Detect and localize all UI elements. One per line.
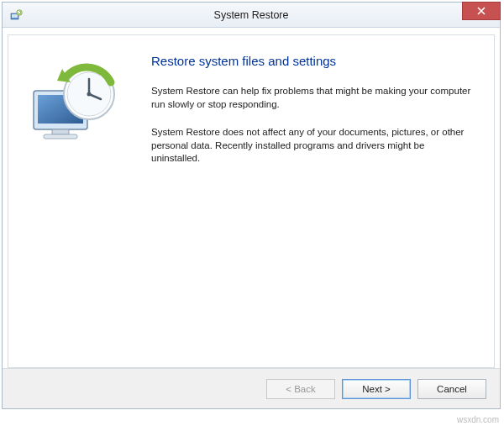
next-button[interactable]: Next > xyxy=(342,379,411,399)
watermark-text: wsxdn.com xyxy=(457,415,499,424)
wizard-paragraph-2: System Restore does not affect any of yo… xyxy=(151,126,474,166)
window-title: System Restore xyxy=(214,9,289,21)
graphic-pane xyxy=(8,35,143,367)
wizard-button-bar: < Back Next > Cancel xyxy=(3,368,500,408)
close-icon xyxy=(477,7,486,15)
svg-rect-6 xyxy=(52,129,69,134)
wizard-heading: Restore system files and settings xyxy=(151,54,474,68)
svg-rect-1 xyxy=(12,14,18,18)
titlebar: System Restore xyxy=(3,3,500,28)
svg-point-12 xyxy=(87,92,92,97)
cancel-button[interactable]: Cancel xyxy=(417,379,486,399)
back-button: < Back xyxy=(266,379,335,399)
text-pane: Restore system files and settings System… xyxy=(143,35,494,367)
system-restore-window: System Restore xyxy=(2,2,501,409)
wizard-paragraph-1: System Restore can help fix problems tha… xyxy=(151,85,474,111)
system-restore-graphic-icon xyxy=(24,59,124,151)
svg-rect-7 xyxy=(44,134,77,139)
system-restore-icon xyxy=(9,8,23,22)
close-button[interactable] xyxy=(462,2,501,20)
wizard-content: Restore system files and settings System… xyxy=(8,34,495,368)
